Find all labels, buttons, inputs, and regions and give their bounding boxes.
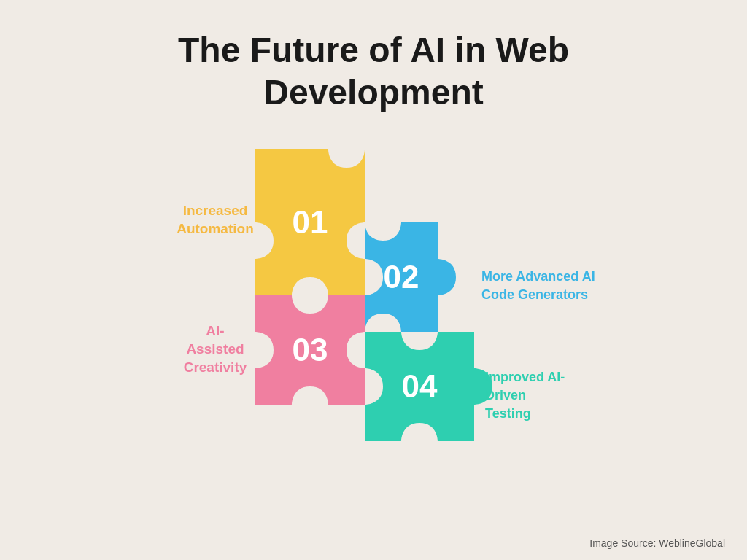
title-line1: The Future of AI in Web (178, 31, 569, 69)
piece-02: 02 (365, 222, 456, 332)
source-text: Image Source: WeblineGlobal (589, 537, 725, 549)
label-04-line3: Testing (485, 406, 531, 421)
label-04-line2: Driven (485, 388, 526, 402)
piece-03: 03 (255, 295, 365, 405)
svg-text:02: 02 (384, 259, 419, 295)
title-line2: Development (263, 73, 483, 112)
piece-04: 04 (365, 332, 492, 441)
puzzle-svg: 01 02 03 04 Increased Automation More Ad… (0, 128, 747, 507)
page-title: The Future of AI in Web Development (0, 29, 747, 113)
label-03-line2: Assisted (186, 341, 244, 357)
label-02-line2: Code Generators (481, 287, 588, 302)
label-03-line3: Creativity (184, 359, 247, 375)
svg-text:01: 01 (293, 204, 328, 240)
page-container: The Future of AI in Web Development 01 0… (0, 0, 747, 521)
puzzle-container: 01 02 03 04 Increased Automation More Ad… (0, 128, 747, 521)
piece-01: 01 (255, 149, 365, 295)
svg-text:03: 03 (293, 332, 328, 368)
label-01-line2: Automation (177, 221, 254, 236)
label-03: AI- (206, 323, 224, 338)
title-section: The Future of AI in Web Development (0, 0, 747, 113)
label-01: Increased (183, 203, 248, 218)
source-attribution: Image Source: WeblineGlobal (589, 537, 725, 549)
label-02: More Advanced AI (481, 269, 595, 284)
svg-text:04: 04 (402, 368, 438, 404)
label-04: Improved AI- (485, 370, 565, 384)
